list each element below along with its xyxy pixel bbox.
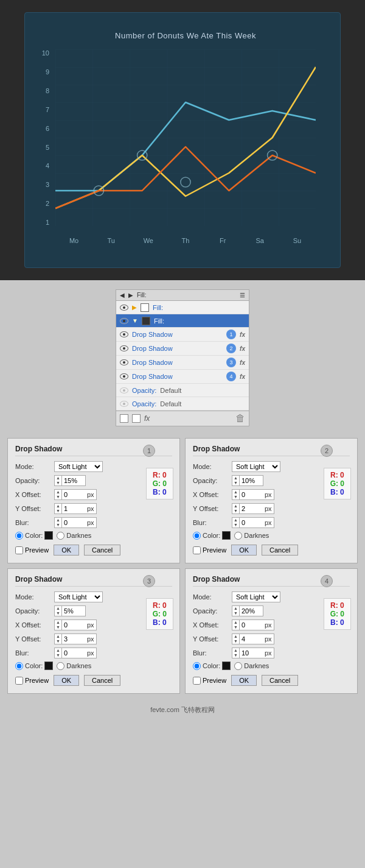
ds-mode-select-1[interactable]: Soft Light [54,461,103,472]
ds-mode-select-3[interactable]: Soft Light [54,591,103,602]
ds-darkness-radio-1[interactable]: Darknes [57,532,91,540]
ds-mode-select-4[interactable]: Soft Light [232,591,280,602]
rgb-b-3: B: 0 [153,618,167,627]
ds-blur-input-2[interactable]: ▲▼ px [232,517,274,528]
ds-opacity-input-2[interactable]: ▲▼ [232,475,263,486]
ds-ok-3[interactable]: OK [54,675,79,686]
ds-color-radio-3[interactable]: Color: [15,662,53,670]
ds-blur-input-1[interactable]: ▲▼ px [54,517,97,528]
ds-opacity-input-1[interactable]: ▲▼ [54,475,86,486]
ds-preview-1[interactable]: Preview [15,546,49,554]
ds-footer-2: Preview OK Cancel [193,545,350,556]
ds-x-input-4[interactable]: ▲▼ px [232,619,274,630]
fill-box-1 [141,303,149,312]
layer-label-fill-1: Fill: [153,304,245,311]
ds-preview-3[interactable]: Preview [15,677,49,685]
ds-x-input-3[interactable]: ▲▼ px [54,619,97,630]
footer-rect-icon [120,414,128,423]
ds-blur-label-3: Blur: [15,649,52,657]
visibility-icon-2[interactable] [120,318,128,324]
ds-cancel-4[interactable]: Cancel [262,675,298,686]
visibility-icon-8[interactable] [120,401,128,407]
ds-darkness-radio-2[interactable]: Darknes [234,532,269,540]
ds-opacity-field-1[interactable] [62,476,85,485]
layer-label-ds2: Drop Shadow [132,345,223,352]
layer-label-fill-2: Fill: [154,317,245,325]
ds-preview-4[interactable]: Preview [193,677,226,685]
ds-x-field-2[interactable] [240,490,263,499]
ds-blur-field-2[interactable] [240,518,263,527]
ds-opacity-field-3[interactable] [62,607,85,615]
ds-y-row-2: Y Offset: ▲▼ px [193,503,350,514]
ds-cancel-2[interactable]: Cancel [262,545,298,556]
ds-x-input-2[interactable]: ▲▼ px [232,489,274,500]
rgb-b-1: B: 0 [153,488,167,496]
ds-x-field-4[interactable] [240,621,263,629]
ds-badge-4: 4 [321,575,333,587]
drop-shadow-panel-3: Drop Shadow 3 Mode: Soft Light Opacity: … [7,568,180,694]
ds-preview-2[interactable]: Preview [193,546,226,554]
ds-x-input-1[interactable]: ▲▼ px [54,489,97,500]
drop-shadow-panel-2: Drop Shadow 2 Mode: Soft Light Opacity: … [185,438,358,563]
layer-row-dropshadow-1[interactable]: Drop Shadow 1 fx [116,328,249,342]
ds-blur-field-4[interactable] [240,649,263,657]
rgb-display-1: R: 0 G: 0 B: 0 [146,468,173,499]
ds-darkness-radio-3[interactable]: Darknes [57,662,91,670]
ds-opacity-input-4[interactable]: ▲▼ [232,605,263,616]
ds-y-field-3[interactable] [62,635,85,643]
ds-ok-4[interactable]: OK [231,675,257,686]
ds-x-field-3[interactable] [62,621,85,629]
ds-y-row-4: Y Offset: ▲▼ px [193,633,350,644]
color-swatch-1 [44,531,53,540]
layer-row-fill-2[interactable]: ▼ Fill: [116,314,249,328]
rgb-display-3: R: 0 G: 0 B: 0 [146,598,173,630]
ds-color-radio-1[interactable]: Color: [15,531,53,540]
ds-x-label-4: X Offset: [193,621,229,629]
ds-y-input-3[interactable]: ▲▼ px [54,633,97,644]
layers-nav-back[interactable]: ◀ [120,292,125,298]
ds-opacity-field-4[interactable] [240,607,263,615]
visibility-icon-6[interactable] [120,373,128,379]
ds-y-input-4[interactable]: ▲▼ px [232,633,274,644]
ds-mode-select-2[interactable]: Soft Light [232,461,280,472]
rgb-g-3: G: 0 [153,610,167,618]
footer-delete-icon[interactable]: 🗑 [235,413,245,424]
layer-row-dropshadow-2[interactable]: Drop Shadow 2 fx [116,342,249,356]
visibility-icon-7[interactable] [120,387,128,393]
ds-cancel-1[interactable]: Cancel [84,545,120,556]
ds-y-field-1[interactable] [62,504,85,513]
ds-x-field-1[interactable] [62,490,85,499]
visibility-icon-3[interactable] [120,331,128,337]
visibility-icon-1[interactable] [120,305,128,311]
ds-blur-input-3[interactable]: ▲▼ px [54,647,97,658]
ds-blur-label-2: Blur: [193,519,229,526]
ds-opacity-input-3[interactable]: ▲▼ [54,605,86,616]
ds-blur-field-3[interactable] [62,649,85,657]
ds-y-input-1[interactable]: ▲▼ px [54,503,97,514]
ds-color-radio-4[interactable]: Color: [193,662,231,670]
ds-blur-input-4[interactable]: ▲▼ px [232,647,274,658]
layer-row-dropshadow-3[interactable]: Drop Shadow 3 fx [116,356,249,370]
layers-nav-forward[interactable]: ▶ [128,292,133,298]
ds-cancel-3[interactable]: Cancel [84,675,120,686]
watermark: fevte.com 飞特教程网 [0,702,365,718]
arrow-icon-2: ▼ [132,317,138,324]
ds-y-input-2[interactable]: ▲▼ px [232,503,274,514]
x-axis-labels: Mo Tu We Th Fr Sa Su [55,237,316,244]
ds-opacity-label-4: Opacity: [193,607,229,615]
ds-ok-1[interactable]: OK [54,545,79,556]
visibility-icon-4[interactable] [120,345,128,351]
ds-y-field-4[interactable] [240,635,263,643]
color-swatch-4 [222,662,231,670]
layers-footer: fx 🗑 [116,411,249,426]
visibility-icon-5[interactable] [120,359,128,365]
layers-menu-icon[interactable]: ☰ [240,292,245,298]
ds-y-field-2[interactable] [240,504,263,513]
ds-opacity-field-2[interactable] [240,476,263,485]
ds-blur-field-1[interactable] [62,518,85,527]
ds-blur-row-4: Blur: ▲▼ px [193,647,350,658]
layer-row-dropshadow-4[interactable]: Drop Shadow 4 fx [116,370,249,384]
ds-ok-2[interactable]: OK [231,545,257,556]
ds-color-radio-2[interactable]: Color: [193,531,231,540]
ds-darkness-radio-4[interactable]: Darknes [234,662,269,670]
